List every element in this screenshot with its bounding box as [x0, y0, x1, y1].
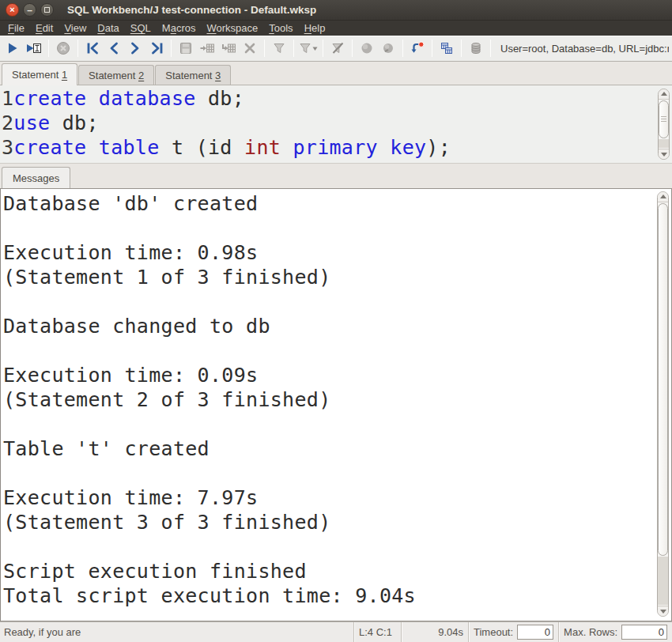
filter-data-icon: [273, 42, 285, 55]
tab-statement-1[interactable]: Statement 1: [2, 63, 77, 85]
filter-data-button[interactable]: [270, 38, 289, 59]
execute-current-button[interactable]: [25, 38, 43, 59]
rollback-icon: [381, 41, 395, 55]
editor-line-number: 1: [2, 87, 13, 110]
messages-tab-label: Messages: [13, 172, 59, 184]
show-dbexplorer-icon: [440, 41, 454, 55]
result-tab-bar: Messages: [0, 164, 672, 188]
stop-icon: [56, 41, 70, 55]
tab-messages[interactable]: Messages: [2, 167, 70, 188]
execute-all-icon: [6, 41, 20, 55]
menu-file[interactable]: File: [2, 21, 30, 36]
toolbar-separator: [490, 40, 491, 57]
tab-statement-3[interactable]: Statement 3: [155, 65, 231, 85]
scroll-down-icon[interactable]: [658, 606, 668, 616]
scrollbar-thumb[interactable]: [658, 203, 668, 556]
toolbar-separator: [352, 40, 353, 57]
editor-line-number: 3: [2, 136, 13, 159]
scrollbar-track[interactable]: [658, 557, 668, 605]
minimize-icon: –: [24, 4, 36, 16]
previous-statement-icon: [108, 42, 119, 55]
editor-line: 3create table t (id int primary key);: [2, 135, 672, 160]
title-bar: × – SQL Workbench/J test-connection - De…: [0, 0, 672, 21]
toolbar-separator: [293, 40, 294, 57]
execution-time: 9.04s: [401, 622, 468, 642]
filter-dropdown-button[interactable]: [299, 38, 318, 59]
filter-dropdown-icon: [299, 42, 318, 55]
copy-row-icon: [221, 42, 236, 55]
reconnect-icon: [410, 41, 425, 55]
timeout-input[interactable]: [517, 625, 553, 640]
editor-code: 1create database db;2use db;3create tabl…: [0, 85, 672, 160]
menu-help[interactable]: Help: [299, 21, 331, 36]
max-rows-input[interactable]: [621, 625, 667, 640]
reconnect-button[interactable]: [408, 38, 427, 59]
last-statement-icon: [150, 42, 164, 55]
next-statement-button[interactable]: [126, 38, 145, 59]
delete-row-button[interactable]: [240, 38, 259, 59]
editor-line: 2use db;: [2, 111, 672, 135]
statement-tab-bar: Statement 1Statement 2Statement 3: [0, 62, 672, 85]
maximize-icon: [41, 4, 53, 16]
execute-all-button[interactable]: [3, 38, 22, 59]
first-statement-icon: [86, 42, 100, 55]
toolbar-separator: [171, 40, 172, 57]
toolbar-separator: [77, 40, 78, 57]
execute-current-icon: [25, 41, 43, 55]
menu-view[interactable]: View: [59, 21, 92, 36]
next-statement-icon: [130, 42, 141, 55]
editor-scrollbar[interactable]: [658, 89, 670, 160]
toolbar-separator: [264, 40, 265, 57]
menu-bar: FileEditViewDataSQLMacrosWorkspaceToolsH…: [0, 21, 672, 36]
editor-line: 1create database db;: [2, 86, 672, 111]
status-message: Ready, if you are: [0, 626, 353, 638]
close-button[interactable]: ×: [6, 3, 19, 17]
scroll-up-icon[interactable]: [659, 89, 669, 100]
scroll-up-icon[interactable]: [658, 192, 668, 202]
menu-sql[interactable]: SQL: [125, 21, 157, 36]
app-window: × – SQL Workbench/J test-connection - De…: [0, 0, 672, 642]
commit-icon: [360, 41, 374, 55]
toolbar-separator: [402, 40, 403, 57]
toolbar-separator: [323, 40, 323, 57]
first-statement-button[interactable]: [83, 38, 102, 59]
last-statement-button[interactable]: [147, 38, 166, 59]
toolbar-separator: [432, 40, 432, 57]
menu-macros[interactable]: Macros: [157, 21, 202, 36]
save-changes-button[interactable]: [176, 38, 195, 59]
timeout-label: Timeout:: [474, 626, 513, 638]
insert-row-button[interactable]: [198, 38, 217, 59]
messages-scrollbar[interactable]: [657, 191, 669, 617]
close-icon: ×: [6, 4, 18, 16]
menu-workspace[interactable]: Workspace: [201, 21, 263, 36]
copy-row-button[interactable]: [219, 38, 238, 59]
insert-row-icon: [199, 42, 215, 55]
menu-edit[interactable]: Edit: [30, 21, 59, 36]
show-dbexplorer-button[interactable]: [437, 38, 456, 59]
toolbar-separator: [48, 40, 49, 57]
minimize-button[interactable]: –: [23, 3, 36, 17]
reset-filter-button[interactable]: [328, 38, 347, 59]
connection-db-icon: [470, 42, 482, 55]
stop-button[interactable]: [54, 38, 73, 59]
messages-panel[interactable]: Database 'db' created Execution time: 0.…: [0, 188, 672, 621]
connection-db-button[interactable]: [466, 38, 485, 59]
rollback-button[interactable]: [379, 38, 398, 59]
commit-button[interactable]: [357, 38, 376, 59]
reset-filter-icon: [331, 42, 345, 55]
scroll-down-icon[interactable]: [659, 149, 669, 159]
menu-tools[interactable]: Tools: [263, 21, 298, 36]
menu-data[interactable]: Data: [92, 21, 124, 36]
previous-statement-button[interactable]: [104, 38, 123, 59]
sql-editor[interactable]: 1create database db;2use db;3create tabl…: [0, 85, 672, 164]
maximize-button[interactable]: [40, 3, 54, 17]
toolbar: User=root, Database=db, URL=jdbc:mysq: [0, 36, 672, 62]
connection-info: User=root, Database=db, URL=jdbc:mysq: [500, 43, 669, 55]
grip-icon: [661, 116, 666, 123]
cursor-position: L:4 C:1: [353, 622, 401, 642]
scrollbar-track[interactable]: [659, 139, 669, 148]
toolbar-separator: [461, 40, 462, 57]
max-rows-label: Max. Rows:: [564, 626, 617, 638]
tab-statement-2[interactable]: Statement 2: [78, 65, 154, 85]
scrollbar-thumb[interactable]: [659, 100, 669, 138]
